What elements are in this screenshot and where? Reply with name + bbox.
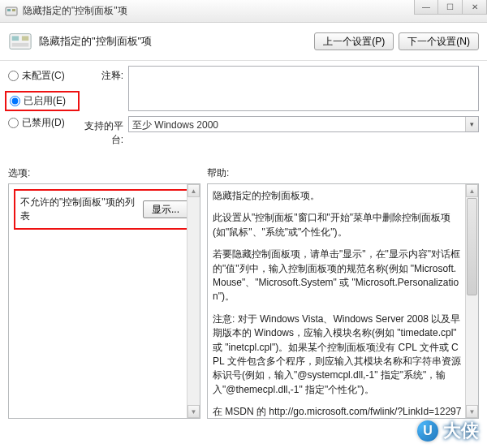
section-labels: 选项: 帮助: [0, 155, 487, 183]
watermark-text: 大侠 [443, 419, 479, 443]
scroll-track[interactable] [466, 197, 478, 405]
radio-disabled-input[interactable] [8, 118, 19, 128]
svg-rect-1 [7, 9, 11, 11]
help-paragraph: 在 MSDN 的 http://go.microsoft.com/fwlink/… [213, 405, 462, 419]
options-box: 不允许的"控制面板"项的列表 显示... ▲ ▼ [8, 183, 200, 419]
svg-rect-2 [12, 9, 15, 11]
radio-enabled-label: 已启用(E) [24, 94, 66, 108]
help-section-label: 帮助: [207, 166, 229, 180]
help-paragraph: 若要隐藏控制面板项，请单击"显示"，在"显示内容"对话框的"值"列中，输入控制面… [213, 248, 462, 304]
next-setting-button[interactable]: 下一个设置(N) [399, 32, 479, 50]
platform-label: 支持的平台: [80, 116, 128, 147]
show-button[interactable]: 显示... [143, 200, 188, 218]
watermark: U 大侠 [417, 419, 479, 443]
prev-setting-button[interactable]: 上一个设置(P) [314, 32, 394, 50]
comment-label: 注释: [80, 66, 128, 111]
help-box: 隐藏指定的控制面板项。 此设置从"控制面板"窗口和"开始"菜单中删除控制面板项(… [207, 183, 479, 419]
titlebar: 隐藏指定的"控制面板"项 — ☐ ✕ [0, 0, 487, 23]
help-paragraph: 注意: 对于 Windows Vista、Windows Server 2008… [213, 312, 462, 397]
page-title: 隐藏指定的"控制面板"项 [39, 34, 309, 49]
radio-enabled-input[interactable] [10, 96, 20, 106]
radio-not-configured-input[interactable] [8, 71, 19, 81]
svg-rect-5 [22, 36, 28, 41]
svg-rect-6 [12, 43, 29, 47]
svg-rect-4 [12, 36, 19, 41]
highlight-enabled: 已启用(E) [5, 91, 80, 111]
radio-not-configured[interactable]: 未配置(C) [8, 69, 80, 83]
header-row: 隐藏指定的"控制面板"项 上一个设置(P) 下一个设置(N) [0, 23, 487, 61]
scroll-track[interactable] [187, 197, 200, 405]
close-button[interactable]: ✕ [463, 0, 487, 15]
platform-dropdown-button[interactable]: ▾ [465, 117, 478, 131]
scroll-up-icon[interactable]: ▲ [466, 184, 478, 197]
radio-disabled-label: 已禁用(D) [22, 116, 65, 130]
help-paragraph: 此设置从"控制面板"窗口和"开始"菜单中删除控制面板项(如"鼠标"、"系统"或"… [213, 211, 462, 239]
window-title: 隐藏指定的"控制面板"项 [23, 4, 127, 18]
platform-field: 至少 Windows 2000 ▾ [128, 116, 479, 132]
disallowed-list-label: 不允许的"控制面板"项的列表 [20, 196, 143, 223]
watermark-logo: U [417, 420, 438, 442]
scroll-up-icon[interactable]: ▲ [187, 184, 200, 197]
scroll-thumb[interactable] [467, 198, 477, 295]
lower-section: 不允许的"控制面板"项的列表 显示... ▲ ▼ 隐藏指定的控制面板项。 此设置… [0, 183, 487, 427]
options-scrollbar[interactable]: ▲ ▼ [187, 184, 200, 418]
upper-section: 未配置(C) 已启用(E) 已禁用(D) 注释: 支持的平台: 至少 Windo… [0, 61, 487, 155]
fields-column: 注释: 支持的平台: 至少 Windows 2000 ▾ [80, 66, 479, 152]
maximize-button[interactable]: ☐ [438, 0, 463, 15]
help-scrollbar[interactable]: ▲ ▼ [465, 184, 478, 418]
radio-not-configured-label: 未配置(C) [22, 69, 65, 83]
scroll-down-icon[interactable]: ▼ [187, 405, 200, 418]
platform-value: 至少 Windows 2000 [129, 117, 465, 131]
radio-enabled[interactable]: 已启用(E) [10, 94, 78, 108]
options-section-label: 选项: [8, 166, 207, 180]
comment-row: 注释: [80, 66, 479, 111]
window-controls: — ☐ ✕ [414, 0, 487, 15]
help-paragraph: 隐藏指定的控制面板项。 [213, 189, 462, 203]
app-icon [5, 5, 18, 18]
scroll-down-icon[interactable]: ▼ [466, 405, 478, 418]
state-radio-group: 未配置(C) 已启用(E) 已禁用(D) [8, 66, 80, 152]
radio-disabled[interactable]: 已禁用(D) [8, 116, 80, 130]
platform-row: 支持的平台: 至少 Windows 2000 ▾ [80, 116, 479, 147]
minimize-button[interactable]: — [414, 0, 438, 15]
policy-icon [8, 29, 32, 54]
comment-textarea[interactable] [128, 66, 479, 111]
highlight-options-row: 不允许的"控制面板"项的列表 显示... [14, 189, 195, 230]
